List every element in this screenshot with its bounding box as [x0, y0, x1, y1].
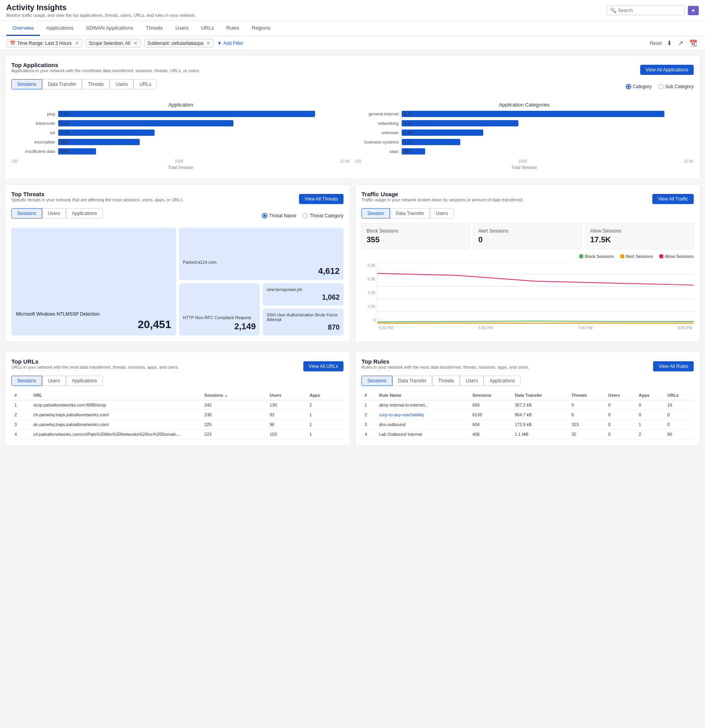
search-box[interactable]: 🔍 — [607, 5, 685, 15]
download-button[interactable]: ⬇ — [665, 39, 673, 48]
threats-tab-sessions[interactable]: Sessions — [11, 208, 42, 218]
tab-overview[interactable]: Overview — [6, 21, 40, 36]
app-tab-threats[interactable]: Threats — [82, 79, 110, 89]
rules-col-urls: URLs — [664, 391, 694, 400]
category-bars: general-internet 6.7K networking 2.2K — [355, 111, 694, 170]
radio-category-label: Category — [633, 84, 652, 89]
category-bar-chart: Application Categories general-internet … — [355, 99, 694, 173]
app-tab-urls[interactable]: URLs — [134, 79, 157, 89]
top-applications-subtitle: Applications in your network with the mo… — [11, 68, 200, 73]
view-all-rules-button[interactable]: View All Rules — [653, 361, 694, 371]
filter-right: Reset ⬇ ↗ 📆 — [650, 39, 699, 48]
filter-left: 📅 Time Range: Last 3 Hours ✕ Scope Selec… — [6, 39, 243, 48]
legend-allow: Allow Sessions — [659, 254, 694, 259]
threats-radio-name-label: Threat Name — [269, 213, 296, 218]
traffic-subtitle: Traffic usage in your network broken dow… — [361, 197, 524, 202]
time-range-close[interactable]: ✕ — [75, 41, 79, 46]
urls-col-apps: Apps — [306, 391, 344, 400]
urls-header: Top URLs URLs in your network with the m… — [11, 358, 344, 374]
rules-tab-applications[interactable]: Applications — [484, 376, 521, 386]
app-tab-users[interactable]: Users — [110, 79, 134, 89]
rules-table: # Rule Name Sessions Data Transfer Threa… — [361, 391, 694, 439]
traffic-tab-session[interactable]: Session — [361, 208, 390, 218]
rules-col-sessions: Sessions — [469, 391, 511, 400]
threat-terrapower-title: new:terrapower.ph — [267, 287, 340, 292]
alert-sessions-label: Alert Sessions — [478, 228, 577, 234]
settings-button[interactable]: ✦ — [688, 6, 699, 15]
threats-tab-applications[interactable]: Applications — [66, 208, 103, 218]
tab-regions[interactable]: Regions — [246, 21, 277, 36]
tab-threats[interactable]: Threats — [139, 21, 169, 36]
legend-block-label: Block Sessions — [585, 254, 614, 259]
tab-rules[interactable]: Rules — [220, 21, 246, 36]
bar-row-business-systems: business-systems 1.1K — [355, 139, 694, 145]
tab-urls[interactable]: URLs — [195, 21, 220, 36]
scope-filter[interactable]: Scope Selection: All ✕ — [85, 39, 141, 48]
allow-sessions-label: Allow Sessions — [590, 228, 689, 234]
traffic-stat-cards: Block Sessions 355 Alert Sessions 0 Allo… — [361, 223, 694, 249]
threats-tab-users[interactable]: Users — [42, 208, 66, 218]
tab-applications[interactable]: Applications — [40, 21, 80, 36]
legend-allow-dot — [659, 254, 663, 258]
threats-radio-name[interactable]: Threat Name — [262, 213, 296, 218]
rules-tab-threats[interactable]: Threats — [432, 376, 460, 386]
app-tab-sessions[interactable]: Sessions — [11, 79, 42, 89]
category-chart-title: Application Categories — [355, 102, 694, 108]
reset-button[interactable]: Reset — [650, 41, 662, 46]
app-header: Activity Insights Monitor traffic usage,… — [0, 0, 705, 21]
view-all-applications-button[interactable]: View All Applications — [640, 65, 694, 75]
traffic-legend: Block Sessions Alert Sessions Allow Sess… — [361, 254, 694, 259]
rules-tab-group: Sessions Data Transfer Threats Users App… — [361, 376, 694, 386]
traffic-tab-users[interactable]: Users — [430, 208, 454, 218]
scope-close[interactable]: ✕ — [134, 41, 137, 46]
time-range-filter[interactable]: 📅 Time Range: Last 3 Hours ✕ — [6, 39, 82, 48]
threats-radio-category[interactable]: Threat Category — [303, 213, 344, 218]
rules-col-users: Users — [605, 391, 636, 400]
threat-main-title: Microsoft Windows NTLMSSP Detection — [16, 311, 171, 317]
radio-category-dot — [626, 84, 631, 89]
rules-col-apps: Apps — [636, 391, 664, 400]
subtenant-close[interactable]: ✕ — [207, 41, 210, 46]
tab-sdwan-applications[interactable]: SDWAN Applications — [80, 21, 139, 36]
rules-col-name: Rule Name — [376, 391, 469, 400]
radio-subcategory[interactable]: Sub Category — [658, 84, 694, 89]
calendar-button[interactable]: 📆 — [688, 39, 699, 48]
urls-col-num: # — [11, 391, 30, 400]
alert-sessions-card: Alert Sessions 0 — [473, 223, 582, 249]
app-tab-data-transfer[interactable]: Data Transfer — [42, 79, 82, 89]
bar-row-unknown: unknown 1.6K — [355, 130, 694, 136]
urls-row-3: 3 dc-panwhq.traps.paloaltonetworks.com/ … — [11, 420, 344, 430]
rules-row-2: 2 corp-to-any-reachability 6139 964.7 kB… — [361, 410, 694, 420]
threats-radio-group: Threat Name Threat Category — [262, 213, 344, 218]
urls-table: # URL Sessions ▲ Users Apps 1 ocsp.paloa… — [11, 391, 344, 439]
rules-tab-sessions[interactable]: Sessions — [361, 376, 392, 386]
legend-alert: Alert Sessions — [620, 254, 653, 259]
time-range-label: Time Range: Last 3 Hours — [17, 41, 72, 46]
subtenant-filter[interactable]: Subtenant: cellularitaliaspa ✕ — [144, 39, 214, 48]
view-all-traffic-button[interactable]: View All Traffic — [652, 194, 694, 204]
legend-alert-dot — [620, 254, 624, 258]
urls-subtitle: URLs in your network with the most data … — [11, 365, 179, 369]
urls-tab-users[interactable]: Users — [42, 376, 66, 386]
urls-tab-sessions[interactable]: Sessions — [11, 376, 42, 386]
radio-category[interactable]: Category — [626, 84, 652, 89]
app-bars: ping 3.6K traceroute 2.3K — [11, 111, 350, 170]
traffic-tab-data-transfer[interactable]: Data Transfer — [390, 208, 430, 218]
add-filter-button[interactable]: ▼ Add Filter — [217, 41, 243, 46]
threat-ssh-value: 870 — [267, 323, 340, 332]
add-filter-label: Add Filter — [223, 41, 243, 46]
rules-tab-users[interactable]: Users — [460, 376, 484, 386]
rules-tab-data-transfer[interactable]: Data Transfer — [392, 376, 433, 386]
tab-users[interactable]: Users — [169, 21, 195, 36]
view-all-threats-button[interactable]: View All Threats — [299, 194, 344, 204]
urls-tab-applications[interactable]: Applications — [66, 376, 103, 386]
threats-grid: Microsoft Windows NTLMSSP Detection 20,4… — [11, 228, 344, 336]
threat-main-value: 20,451 — [16, 318, 171, 331]
bar-row-ping: ping 3.6K — [11, 111, 350, 117]
view-all-urls-button[interactable]: View All URLs — [303, 361, 344, 371]
search-input[interactable] — [618, 8, 681, 13]
applications-tab-group: Sessions Data Transfer Threats Users URL… — [11, 79, 157, 89]
urls-title-group: Top URLs URLs in your network with the m… — [11, 358, 179, 374]
share-button[interactable]: ↗ — [677, 39, 685, 48]
threat-http-value: 2,149 — [183, 321, 256, 332]
